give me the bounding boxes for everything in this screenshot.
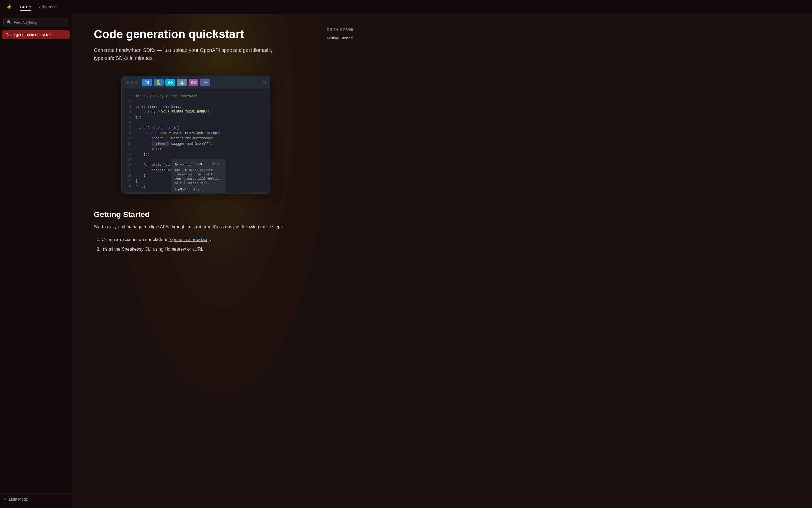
logo[interactable] <box>5 3 13 11</box>
code-viewer-wrapper: TS 🐍 GO ☕ C# php ⧉ 1 import { Beezy } fr… <box>94 76 298 194</box>
code-line-11: 11 model : <box>122 147 270 152</box>
code-area: 1 import { Beezy } from "beezyai"; 2 3 c… <box>122 89 270 193</box>
lang-tabs: TS 🐍 GO ☕ C# php <box>142 79 210 86</box>
lang-tab-php[interactable]: php <box>200 79 210 86</box>
code-line-7: 7 async function run() { <box>122 125 270 131</box>
page-subtitle: Generate handwritten SDKs — just upload … <box>94 46 281 62</box>
light-mode-button[interactable]: ✳ Light Mode <box>3 497 69 501</box>
code-line-5: 5 }); <box>122 115 270 120</box>
toc-item-getting-started[interactable]: Getting Started <box>327 35 369 41</box>
code-line-1: 1 import { Beezy } from "beezyai"; <box>122 94 270 99</box>
steps-list: Create an account on our platform(opens … <box>94 236 298 253</box>
tooltip-title: (property) llmModel: Model <box>175 162 223 167</box>
code-line-2: 2 <box>122 99 270 104</box>
sidebar: 🔍 Find Anything Code generation quicksta… <box>0 14 72 508</box>
getting-started-intro: Start locally and manage multiple APIs t… <box>94 223 298 230</box>
dot-3 <box>135 81 138 84</box>
code-line-4: 4 token: "<YOUR_BEARER_TOKEN_HERE>", <box>122 110 270 115</box>
code-line-10: 10 llmModel swagger and OpenAPI", <box>122 141 270 147</box>
sidebar-item-code-gen[interactable]: Code generation quickstart <box>2 30 70 39</box>
dot-1 <box>126 81 129 84</box>
dot-2 <box>130 81 133 84</box>
main-content: Code generation quickstart Generate hand… <box>72 14 320 508</box>
tooltip-signature: llmModel: Model; <box>175 187 223 192</box>
page-title: Code generation quickstart <box>94 28 298 41</box>
right-sidebar: On This Page Getting Started <box>320 14 375 508</box>
code-viewer: TS 🐍 GO ☕ C# php ⧉ 1 import { Beezy } fr… <box>121 76 270 194</box>
sidebar-top: 🔍 Find Anything Code generation quicksta… <box>0 18 72 39</box>
sun-icon: ✳ <box>3 497 7 501</box>
platform-link[interactable]: (opens in a new tab) <box>169 237 209 242</box>
lang-tab-python[interactable]: 🐍 <box>154 79 164 86</box>
nav-tab-guide[interactable]: Guide <box>20 3 31 11</box>
code-tab-bar: TS 🐍 GO ☕ C# php ⧉ <box>122 76 270 89</box>
lang-tab-csharp[interactable]: C# <box>189 79 198 86</box>
step-1: Create an account on our platform(opens … <box>102 236 298 243</box>
getting-started-title: Getting Started <box>94 210 298 219</box>
svg-marker-0 <box>7 4 11 10</box>
copy-icon[interactable]: ⧉ <box>263 80 266 85</box>
code-line-9: 9 prompt : "What's the difference <box>122 136 270 141</box>
search-bar[interactable]: 🔍 Find Anything <box>3 18 69 27</box>
top-nav: Guide Reference <box>0 0 812 14</box>
lang-tab-java[interactable]: ☕ <box>177 79 187 86</box>
code-line-6: 6 <box>122 120 270 125</box>
code-line-3: 3 const beezy = new Beezy({ <box>122 104 270 110</box>
code-line-8: 8 const stream = await beezy.chat.stream… <box>122 131 270 136</box>
nav-tab-reference[interactable]: Reference <box>38 3 56 11</box>
toc-heading: On This Page <box>327 28 369 32</box>
code-line-12: 12 }); <box>122 152 270 157</box>
search-icon: 🔍 <box>7 20 11 25</box>
lang-tab-ts[interactable]: TS <box>142 79 152 86</box>
tooltip-popup: (property) llmModel: Model The LLM model… <box>171 159 226 194</box>
lang-tab-go[interactable]: GO <box>165 79 175 86</box>
sidebar-bottom: ✳ Light Mode <box>0 493 72 505</box>
search-placeholder: Find Anything <box>14 20 37 25</box>
step-2: Install the Speakeasy CLI using Homebrew… <box>102 246 298 253</box>
window-dots <box>126 81 138 84</box>
app-layout: 🔍 Find Anything Code generation quicksta… <box>0 14 812 508</box>
tooltip-body: The LLM model used to process and respon… <box>175 168 223 185</box>
